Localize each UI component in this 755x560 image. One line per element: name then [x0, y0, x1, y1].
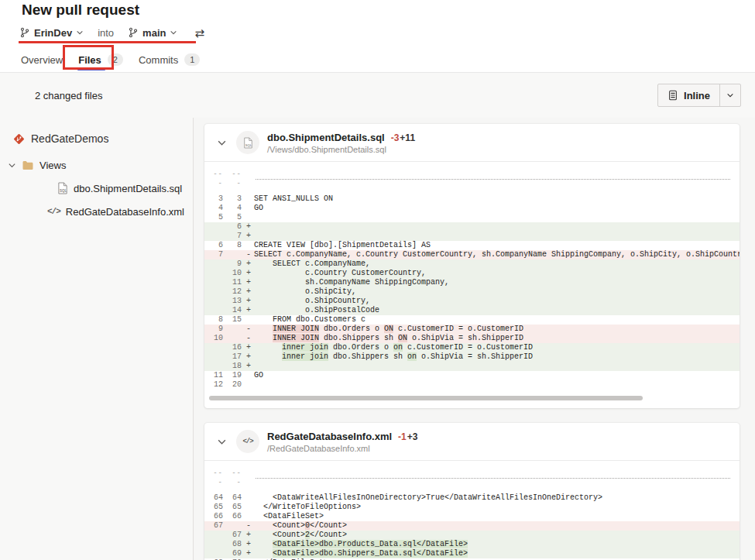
selected-tab-underline: [77, 68, 105, 70]
repo-name: RedGateDemos: [31, 132, 108, 145]
expand-collapsed-lines[interactable]: --- ---: [204, 170, 740, 194]
pr-tabs: Overview Files 2 Commits 1: [19, 47, 201, 72]
collapsed-marker: ---: [211, 469, 223, 487]
target-branch-selector[interactable]: main: [128, 27, 177, 39]
commits-count-badge: 1: [184, 53, 200, 66]
diff-card-header: SQL dbo.ShipmentDetails.sql -3+11 /Views…: [204, 124, 740, 162]
diff-line: 7-SELECT c.CompanyName, c.Country Custom…: [204, 250, 740, 259]
svg-text:SQL: SQL: [60, 189, 67, 193]
annotation-red-underline: [19, 41, 196, 43]
tab-label: Commits: [139, 54, 178, 66]
diff-line: 6565 </WriteToFileOptions>: [204, 503, 740, 512]
inline-view-button[interactable]: Inline: [658, 84, 719, 106]
file-name: RedGateDatabaseInfo.xml: [66, 206, 184, 218]
diff-card-shipmentdetails: SQL dbo.ShipmentDetails.sql -3+11 /Views…: [204, 124, 740, 408]
added-count: +3: [407, 431, 418, 442]
file-meta: dbo.ShipmentDetails.sql -3+11 /Views/dbo…: [267, 132, 415, 154]
git-branch-icon: [19, 27, 30, 38]
diff-line: 7+: [204, 232, 740, 241]
collapsed-marker: ---: [229, 170, 242, 188]
diff-line: 13+ o.ShipCountry,: [204, 297, 740, 306]
tree-node-shipmentdetails-sql[interactable]: SQL dbo.ShipmentDetails.sql: [0, 177, 193, 200]
diff-line: 1220: [204, 380, 740, 390]
sql-file-icon: SQL: [236, 131, 259, 154]
collapse-chevron-icon[interactable]: [215, 136, 228, 149]
diff-line: 17+ inner join dbo.Shippers sh on o.Ship…: [204, 352, 740, 362]
diff-line: 9- INNER JOIN dbo.Orders o ON c.Customer…: [204, 325, 740, 334]
diff-line: 1119GO: [204, 371, 740, 380]
diff-line: 11+ sh.CompanyName ShippingCompany,: [204, 278, 740, 287]
diff-view-switch: Inline: [657, 84, 741, 107]
branch-selector-bar: ErinDev into main ⇄: [19, 26, 204, 40]
changed-files-count: 2 changed files: [35, 90, 102, 101]
diff-lines: 6464 <DataWriteAllFilesInOneDirectory>Tr…: [204, 493, 740, 560]
tree-node-views[interactable]: Views: [0, 153, 193, 177]
diff-line: 9+ SELECT c.CompanyName,: [204, 259, 740, 269]
collapse-chevron-icon[interactable]: [215, 435, 228, 448]
sql-file-icon: SQL: [57, 182, 68, 194]
diff-line: 44GO: [204, 204, 740, 213]
code-file-icon: </>: [236, 430, 259, 453]
diff-card-redgatedatabaseinfo: </> RedGateDatabaseInfo.xml -1+3 /RedGat…: [204, 423, 740, 560]
diff-line: 6666 <DataFileSet>: [204, 512, 740, 521]
files-content: RedGateDemos Views SQL dbo.ShipmentD: [0, 118, 755, 560]
file-name: dbo.ShipmentDetails.sql: [74, 183, 182, 194]
svg-text:SQL: SQL: [245, 143, 252, 146]
diff-line: 14+ o.ShipPostalCode: [204, 306, 740, 315]
diff-body: --- --- 33SET ANSI_NULLS ON44GO556+7+68C…: [204, 162, 740, 408]
view-mode-label: Inline: [684, 90, 710, 101]
tab-label: Files: [78, 54, 101, 66]
tab-commits[interactable]: Commits 1: [137, 47, 201, 72]
diff-line: 67+ <Count>2</Count>: [204, 531, 740, 540]
file-path: /RedGateDatabaseInfo.xml: [267, 444, 417, 453]
swap-branches-icon[interactable]: ⇄: [194, 27, 204, 39]
diff-body: --- --- 6464 <DataWriteAllFilesInOneDire…: [204, 461, 740, 560]
chevron-down-icon: [76, 29, 84, 36]
diff-line: 67- <Count>0</Count>: [204, 521, 740, 531]
diff-line: 68+ <DataFile>dbo.Products_Data.sql</Dat…: [204, 540, 740, 549]
tab-files[interactable]: Files 2: [77, 47, 125, 72]
diff-line: 18+: [204, 362, 740, 371]
chevron-down-icon: [170, 29, 177, 36]
tree-node-redgatedatabaseinfo-xml[interactable]: </> RedGateDatabaseInfo.xml: [0, 200, 193, 223]
collapsed-dotted-line: [256, 478, 730, 479]
removed-count: -1: [398, 431, 407, 442]
diff-line: 12+ o.ShipCity,: [204, 287, 740, 297]
file-name: dbo.ShipmentDetails.sql: [267, 132, 385, 143]
view-mode-dropdown-button[interactable]: [720, 84, 740, 106]
inline-diff-icon: [667, 90, 678, 101]
page-title: New pull request: [22, 2, 139, 19]
diff-line: 815 FROM dbo.Customers c: [204, 315, 740, 325]
chevron-down-icon[interactable]: [8, 161, 16, 170]
horizontal-scrollbar: [209, 396, 732, 400]
removed-count: -3: [391, 132, 400, 143]
file-meta: RedGateDatabaseInfo.xml -1+3 /RedGateDat…: [267, 431, 417, 453]
tab-overview[interactable]: Overview: [19, 47, 64, 72]
horizontal-scrollbar-thumb[interactable]: [209, 396, 643, 400]
diff-main-column: SQL dbo.ShipmentDetails.sql -3+11 /Views…: [194, 118, 755, 560]
diff-counts: -1+3: [398, 431, 417, 442]
repo-root-node[interactable]: RedGateDemos: [0, 125, 193, 152]
added-count: +11: [400, 132, 415, 143]
file-path: /Views/dbo.ShipmentDetails.sql: [267, 145, 415, 154]
target-branch-name: main: [142, 27, 166, 39]
file-name: RedGateDatabaseInfo.xml: [267, 431, 392, 442]
diff-line: 10+ c.Country CustomerCountry,: [204, 269, 740, 278]
files-count-badge: 2: [108, 53, 123, 66]
expand-collapsed-lines[interactable]: --- ---: [204, 469, 740, 493]
diff-line: 33SET ANSI_NULLS ON: [204, 194, 740, 204]
git-branch-icon: [128, 27, 139, 38]
collapsed-marker: ---: [229, 469, 242, 487]
tab-label: Overview: [21, 54, 63, 66]
diff-line: 6464 <DataWriteAllFilesInOneDirectory>Tr…: [204, 493, 740, 503]
diff-line: 68CREATE VIEW [dbo].[ShipmentDetails] AS: [204, 241, 740, 250]
source-branch-selector[interactable]: ErinDev: [19, 27, 84, 39]
collapsed-marker: ---: [211, 170, 223, 188]
diff-line: 16+ inner join dbo.Orders o on c.Custome…: [204, 343, 740, 352]
folder-name: Views: [39, 160, 66, 171]
diff-line: 6+: [204, 222, 740, 232]
code-file-icon: </>: [47, 207, 60, 216]
azure-repos-icon: [12, 132, 26, 146]
page-header: New pull request ErinDev into main: [0, 0, 755, 73]
diff-lines: 33SET ANSI_NULLS ON44GO556+7+68CREATE VI…: [204, 194, 740, 390]
